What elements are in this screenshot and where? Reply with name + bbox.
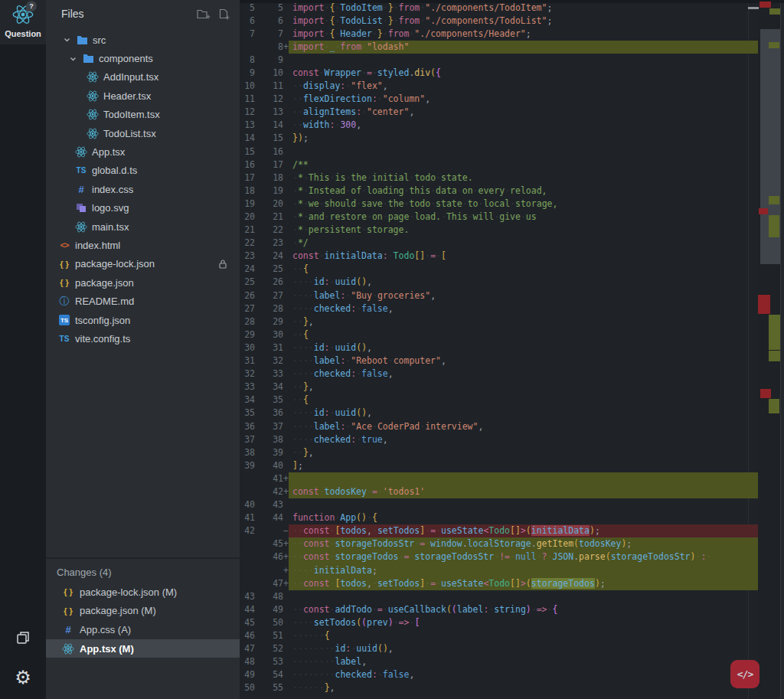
changes-list-item[interactable]: App.tsx (M) — [46, 639, 240, 658]
file-tree-item[interactable]: TStsconfig.json — [46, 311, 240, 329]
code-line[interactable]: 2728····checked:·false, — [240, 302, 758, 315]
file-tree-item[interactable]: AddInput.tsx — [46, 68, 240, 87]
code-line[interactable]: 4043 — [240, 498, 758, 511]
file-tree-item[interactable]: components — [46, 49, 240, 67]
new-file-icon[interactable] — [219, 8, 230, 23]
settings-gear-icon[interactable]: ⚙ — [0, 668, 46, 687]
code-line[interactable]: +····initialData; — [240, 564, 758, 577]
code-line[interactable]: 2627····label:·"Buy·groceries", — [240, 289, 758, 302]
code-line[interactable]: 1617/** — [240, 158, 758, 171]
file-tree-item[interactable]: TSvite.config.ts — [46, 329, 240, 348]
code-line[interactable]: 77import·{·Header·}·from·"./components/H… — [240, 28, 758, 41]
file-name: package-lock.json — [75, 258, 155, 269]
file-tree-item[interactable]: { }package-lock.json — [46, 255, 240, 273]
code-line[interactable]: 4752········id:·uuid(), — [240, 642, 758, 655]
old-line-number: 16 — [240, 158, 255, 171]
code-line[interactable]: 55import·{·TodoItem·}·from·"./components… — [240, 2, 758, 15]
code-line[interactable]: 3738····checked:·true, — [240, 433, 758, 446]
code-line[interactable]: 2324const·initialData:·Todo[]·=·[ — [240, 250, 758, 263]
diff-sign — [283, 250, 289, 263]
changes-list-item[interactable]: { }package-lock.json (M) — [46, 583, 240, 602]
code-line[interactable]: 8+import·_·from·"lodash" — [240, 41, 758, 54]
diff-sign — [283, 289, 289, 302]
code-line[interactable]: 2021·*·and·restore·on·page·load.·This·wi… — [240, 211, 758, 224]
code-line[interactable]: 3031····id:·uuid(), — [240, 341, 758, 354]
code-line[interactable]: 3536····id:·uuid(), — [240, 407, 758, 420]
diff-sign: + — [283, 485, 289, 498]
copy-icon[interactable] — [0, 630, 46, 648]
file-tree-item[interactable]: #index.css — [46, 180, 240, 198]
code-line[interactable]: 66import·{·TodoList·}·from·"./components… — [240, 15, 758, 28]
old-line-number: 18 — [240, 185, 255, 198]
code-line[interactable]: 2829··}, — [240, 315, 758, 328]
scrollbar-thumb[interactable] — [760, 29, 780, 264]
code-line[interactable]: 42+const·todosKey·=·'todos1' — [240, 485, 758, 498]
file-tree-item[interactable]: <>index.html — [46, 236, 240, 254]
json-file-icon: { } — [58, 260, 70, 269]
new-line-number: 34 — [255, 381, 283, 394]
code-line[interactable]: 1213··alignItems:·"center", — [240, 106, 758, 119]
code-text: ··{ — [289, 394, 758, 407]
new-line-number: 25 — [255, 263, 283, 276]
changes-list-item[interactable]: #App.css (A) — [46, 620, 240, 639]
file-tree-item[interactable]: src — [46, 31, 240, 49]
code-line[interactable]: 2930··{ — [240, 328, 758, 341]
chevron-down-icon[interactable] — [69, 55, 77, 63]
code-line[interactable]: 3132····label:·"Reboot·computer", — [240, 354, 758, 367]
code-line[interactable]: 89 — [240, 54, 758, 67]
code-line[interactable]: 1112··flexDirection:·"column", — [240, 93, 758, 106]
code-line[interactable]: 42−··const·[todos,·setTodos]·=·useState<… — [240, 524, 758, 537]
new-folder-icon[interactable] — [197, 8, 211, 23]
code-line[interactable]: 4954········checked:·false, — [240, 668, 758, 681]
code-line[interactable]: 45+··const·storageTodosStr·=·window.loca… — [240, 537, 758, 550]
code-line[interactable]: 2122·*·persistent·storage. — [240, 224, 758, 237]
old-line-number: 38 — [240, 446, 255, 459]
code-line[interactable]: 4651······{ — [240, 629, 758, 642]
changes-list-item[interactable]: { }package.json (M) — [46, 602, 240, 621]
code-line[interactable]: 3637····label:·"Ace·CoderPad·interview", — [240, 420, 758, 433]
file-tree-item[interactable]: Header.tsx — [46, 87, 240, 105]
code-runner-button[interactable]: </> — [730, 660, 760, 688]
new-line-number: 13 — [255, 106, 283, 119]
file-tree-item[interactable]: ⓘREADME.md — [46, 292, 240, 310]
file-tree-item[interactable]: main.tsx — [46, 217, 240, 236]
code-line[interactable]: 1011··display:·"flex", — [240, 80, 758, 93]
code-line[interactable]: 3940]; — [240, 459, 758, 472]
code-line[interactable]: 4449··const·addTodo·=·useCallback((label… — [240, 603, 758, 616]
code-line[interactable]: 3334··}, — [240, 381, 758, 394]
code-line[interactable]: 1415}); — [240, 132, 758, 145]
code-editor[interactable]: 55import·{·TodoItem·}·from·"./components… — [240, 0, 758, 699]
file-tree-item[interactable]: TodoList.tsx — [46, 124, 240, 142]
code-line[interactable]: 1314··width:·300, — [240, 119, 758, 132]
code-line[interactable]: 3839··}, — [240, 446, 758, 459]
folder-file-icon — [82, 54, 94, 64]
question-tab[interactable]: ? Question — [0, 0, 46, 44]
scrollbar-edge — [781, 0, 784, 699]
code-text: ····checked:·false, — [289, 367, 758, 381]
file-tree-item[interactable]: App.tsx — [46, 142, 240, 161]
code-text: function·App()·{ — [289, 511, 758, 524]
code-line[interactable]: 4550····setTodos((prev)·=>·[ — [240, 616, 758, 629]
code-line[interactable]: 47+··const·[todos,·setTodos]·=·useState<… — [240, 577, 758, 590]
code-line[interactable]: 2526····id:·uuid(), — [240, 276, 758, 289]
code-line[interactable]: 41+ — [240, 472, 758, 485]
code-line[interactable]: 1718·*·This·is·the·initial·todo·state. — [240, 171, 758, 185]
code-line[interactable]: 3233····checked:·false, — [240, 367, 758, 381]
code-line[interactable]: 1819·*·Instead·of·loading·this·data·on·e… — [240, 185, 758, 198]
file-tree-item[interactable]: logo.svg — [46, 199, 240, 217]
file-tree-item[interactable]: TodoItem.tsx — [46, 106, 240, 124]
code-line[interactable]: 46+··const·storageTodos·=·storageTodosSt… — [240, 550, 758, 563]
code-line[interactable]: 3435··{ — [240, 394, 758, 407]
file-tree-item[interactable]: TSglobal.d.ts — [46, 162, 240, 180]
code-line[interactable]: 4144function·App()·{ — [240, 511, 758, 524]
code-line[interactable]: 4348 — [240, 590, 758, 603]
code-line[interactable]: 1920·*·we·should·save·the·todo·state·to·… — [240, 198, 758, 211]
file-tree-item[interactable]: { }package.json — [46, 273, 240, 292]
code-line[interactable]: 1516 — [240, 145, 758, 158]
code-line[interactable]: 4853········label, — [240, 655, 758, 668]
code-line[interactable]: 2425··{ — [240, 263, 758, 276]
chevron-down-icon[interactable] — [63, 36, 71, 44]
code-line[interactable]: 2223·*/ — [240, 237, 758, 250]
code-line[interactable]: 910const·Wrapper·=·styled.div({ — [240, 67, 758, 80]
code-line[interactable]: 5055······}, — [240, 681, 758, 694]
